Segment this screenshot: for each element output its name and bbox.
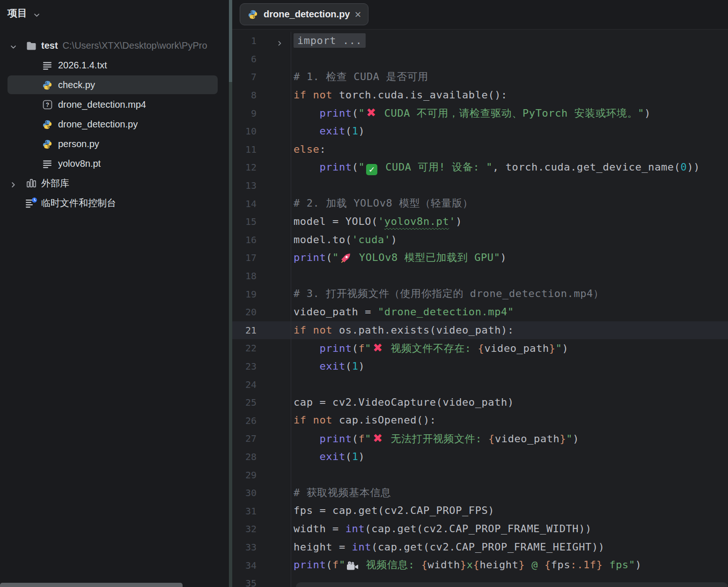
code-line-32[interactable]: 32width = int(cap.get(cv2.CAP_PROP_FRAME… [232, 520, 728, 538]
line-number[interactable]: 27 [232, 433, 257, 444]
code-line-22[interactable]: 22 print(f"✖ 视频文件不存在: {video_path}") [232, 339, 728, 357]
tree-item-外部库[interactable]: 外部库 [0, 173, 229, 193]
code-line-25[interactable]: 25cap = cv2.VideoCapture(video_path) [232, 394, 728, 412]
panel-scrollbar-thumb[interactable] [229, 0, 232, 82]
code-line-14[interactable]: 14# 2. 加载 YOLOv8 模型（轻量版） [232, 194, 728, 213]
gutter[interactable] [257, 375, 291, 394]
line-number[interactable]: 16 [232, 234, 257, 245]
line-number[interactable]: 20 [232, 306, 257, 318]
code-line-26[interactable]: 26if not cap.isOpened(): [232, 411, 728, 430]
gutter[interactable] [257, 213, 291, 231]
code-line-16[interactable]: 16model.to('cuda') [232, 231, 728, 249]
line-number[interactable]: 29 [232, 469, 257, 481]
editor-bottom-scrollbar[interactable] [296, 582, 728, 587]
project-horizontal-scrollbar[interactable] [0, 583, 183, 587]
gutter[interactable] [257, 194, 291, 213]
line-number[interactable]: 12 [232, 162, 257, 173]
line-number[interactable]: 32 [232, 523, 257, 535]
line-number[interactable]: 31 [232, 505, 257, 517]
gutter[interactable] [257, 141, 291, 159]
gutter[interactable] [257, 574, 291, 587]
line-number[interactable]: 24 [232, 379, 257, 390]
code-line-27[interactable]: 27 print(f"✖ 无法打开视频文件: {video_path}") [232, 430, 728, 448]
code-line-9[interactable]: 9 print("✖ CUDA 不可用，请检查驱动、PyTorch 安装或环境。… [232, 104, 728, 122]
code-line-21[interactable]: 21if not os.path.exists(video_path): [232, 321, 728, 340]
line-number[interactable]: 11 [232, 144, 257, 155]
line-number[interactable]: 33 [232, 542, 257, 553]
code-line-6[interactable]: 6 [232, 50, 728, 68]
gutter[interactable] [257, 502, 291, 520]
gutter[interactable] [257, 339, 291, 357]
gutter[interactable] [257, 484, 291, 502]
gutter[interactable] [257, 86, 291, 104]
gutter[interactable] [257, 267, 291, 285]
code-line-28[interactable]: 28 exit(1) [232, 448, 728, 466]
gutter[interactable] [257, 411, 291, 430]
code-line-17[interactable]: 17print(" YOLOv8 模型已加载到 GPU") [232, 249, 728, 267]
line-number[interactable]: 28 [232, 451, 257, 462]
line-number[interactable]: 22 [232, 342, 257, 354]
tab-close-icon[interactable]: × [354, 10, 361, 19]
gutter[interactable] [257, 50, 291, 68]
tree-item-person.py[interactable]: person.py [0, 134, 229, 154]
gutter[interactable] [257, 303, 291, 321]
tree-item-check.py[interactable]: check.py [0, 75, 229, 95]
line-number[interactable]: 21 [232, 325, 257, 336]
code-line-12[interactable]: 12 print("✓ CUDA 可用! 设备: ", torch.cuda.g… [232, 158, 728, 177]
gutter[interactable] [257, 466, 291, 484]
code-editor[interactable]: 1import ...67# 1. 检查 CUDA 是否可用8if not to… [232, 30, 728, 587]
tree-item-drone_detection.mp4[interactable]: ?drone_detection.mp4 [0, 95, 229, 114]
fold-chevron-icon[interactable] [275, 35, 284, 46]
tree-item-临时文件和控制台[interactable]: 临时文件和控制台 [0, 193, 229, 213]
gutter[interactable] [257, 430, 291, 448]
code-line-18[interactable]: 18 [232, 267, 728, 285]
line-number[interactable]: 10 [232, 126, 257, 137]
code-line-15[interactable]: 15model = YOLO('yolov8n.pt') [232, 213, 728, 231]
code-line-19[interactable]: 19# 3. 打开视频文件（使用你指定的 drone_detection.mp4… [232, 285, 728, 303]
line-number[interactable]: 1 [232, 35, 257, 46]
tab-drone-detection-py[interactable]: drone_detection.py × [240, 3, 368, 25]
gutter[interactable] [257, 321, 291, 340]
gutter[interactable] [257, 448, 291, 466]
line-number[interactable]: 6 [232, 53, 257, 65]
code-line-10[interactable]: 10 exit(1) [232, 122, 728, 141]
line-number[interactable]: 13 [232, 180, 257, 191]
tree-item-test[interactable]: testC:\Users\XTX\Desktop\work\PyPro [0, 36, 229, 55]
line-number[interactable]: 7 [232, 71, 257, 82]
code-line-20[interactable]: 20video_path = "drone_detection.mp4" [232, 303, 728, 321]
gutter[interactable] [257, 122, 291, 141]
tree-collapse-chevron[interactable] [7, 40, 19, 51]
code-line-30[interactable]: 30# 获取视频基本信息 [232, 484, 728, 502]
project-panel-header[interactable]: 项目 [7, 7, 42, 20]
gutter[interactable] [257, 104, 291, 122]
code-line-23[interactable]: 23 exit(1) [232, 357, 728, 376]
line-number[interactable]: 30 [232, 487, 257, 498]
line-number[interactable]: 18 [232, 270, 257, 282]
code-line-31[interactable]: 31fps = cap.get(cv2.CAP_PROP_FPS) [232, 502, 728, 520]
line-number[interactable]: 23 [232, 361, 257, 372]
chevron-down-icon[interactable] [8, 40, 18, 51]
gutter[interactable] [257, 520, 291, 538]
line-number[interactable]: 15 [232, 216, 257, 227]
tree-item-drone_detection.py[interactable]: drone_detection.py [0, 114, 229, 134]
line-number[interactable]: 35 [232, 578, 257, 587]
chevron-right-icon[interactable] [8, 178, 18, 189]
code-line-33[interactable]: 33height = int(cap.get(cv2.CAP_PROP_FRAM… [232, 538, 728, 557]
gutter[interactable] [257, 249, 291, 267]
code-line-29[interactable]: 29 [232, 466, 728, 484]
line-number[interactable]: 14 [232, 198, 257, 209]
gutter[interactable] [257, 394, 291, 412]
tree-item-2026.1.4.txt[interactable]: 2026.1.4.txt [0, 55, 229, 75]
gutter[interactable] [257, 231, 291, 249]
panel-splitter[interactable] [229, 0, 232, 587]
gutter[interactable] [257, 68, 291, 86]
gutter[interactable] [257, 32, 291, 50]
gutter[interactable] [257, 538, 291, 557]
code-line-24[interactable]: 24 [232, 375, 728, 394]
code-line-1[interactable]: 1import ... [232, 32, 728, 50]
gutter[interactable] [257, 357, 291, 376]
code-line-11[interactable]: 11else: [232, 141, 728, 159]
gutter[interactable] [257, 285, 291, 303]
line-number[interactable]: 34 [232, 560, 257, 571]
tree-item-yolov8n.pt[interactable]: yolov8n.pt [0, 154, 229, 173]
